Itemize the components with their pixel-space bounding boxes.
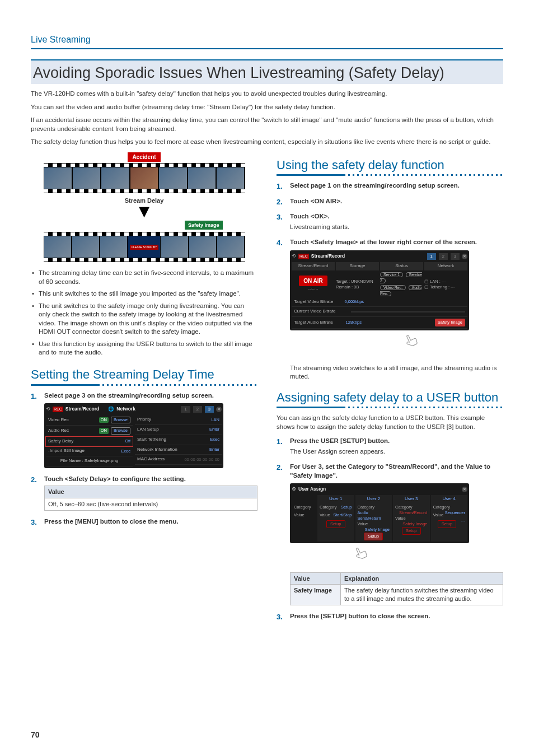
storage-remain: Remain : 0B <box>336 284 379 290</box>
page-title: Avoiding Sporadic Issues When Livestream… <box>31 59 503 84</box>
pointer-hand-icon <box>348 542 378 573</box>
row-value: Enter <box>209 427 219 432</box>
close-icon[interactable]: ✕ <box>216 407 222 412</box>
toggle-on[interactable]: ON <box>99 417 109 423</box>
row-value: Exec <box>210 437 219 442</box>
row-label[interactable]: Audio Rec <box>48 428 99 434</box>
globe-icon: 🌐 <box>108 406 114 412</box>
cat-value[interactable]: Stream/Record <box>399 510 427 516</box>
step-title: Touch <OK>. <box>290 212 503 221</box>
screen-title: Stream/Record <box>65 406 106 412</box>
status-pill[interactable]: Service 1 <box>380 272 403 277</box>
row-label[interactable]: Safety Delay <box>48 438 125 445</box>
page-tab-3[interactable]: 3 <box>205 406 214 413</box>
table-header-explanation: Explanation <box>341 572 503 585</box>
note-item: The unit switches to the safety image on… <box>39 302 257 337</box>
intro-p1: The VR-120HD comes with a built-in "safe… <box>31 90 503 99</box>
cat-value[interactable]: Audio Send/Return <box>358 510 390 521</box>
toggle-on[interactable]: ON <box>99 428 109 433</box>
step-title: Touch <ON AIR>. <box>290 197 503 206</box>
close-icon[interactable]: ✕ <box>462 487 467 492</box>
row-value: Exec <box>121 449 130 454</box>
step-title: Press the USER [SETUP] button. <box>290 437 503 446</box>
val-value[interactable]: Safety Image <box>402 521 427 527</box>
step-note: The User Assign screen appears. <box>290 447 503 456</box>
setup-button[interactable]: Setup <box>326 520 345 528</box>
col-header: Storage <box>336 262 379 270</box>
row-label[interactable]: LAN Setup <box>137 427 209 433</box>
back-icon[interactable]: ⟲ <box>46 406 50 412</box>
setup-button[interactable]: Setup <box>438 520 457 528</box>
note-item: This unit switches to the still image yo… <box>39 290 257 298</box>
heading-using-safety: Using the safety delay function <box>277 157 503 174</box>
row-label[interactable]: -Import Still Image <box>48 448 121 454</box>
steps-using-safety: Select page 1 on the streaming/recording… <box>277 181 503 357</box>
after-note: The streaming video switches to a still … <box>290 364 503 381</box>
page-tab-2[interactable]: 2 <box>439 253 448 260</box>
section-breadcrumb: Live Streaming <box>31 34 503 49</box>
rec-icon: REC <box>53 407 63 412</box>
row-label[interactable]: Video Rec <box>48 417 99 423</box>
status-pill[interactable]: Video Rec. <box>380 285 406 290</box>
rec-icon: REC <box>298 254 309 259</box>
page-tab-3[interactable]: 3 <box>451 253 460 260</box>
row-value: 6,000kbps <box>344 299 364 305</box>
row-value: 128kbps <box>346 320 362 325</box>
down-arrow-icon: ▼ <box>31 206 257 217</box>
filmstrip-after: PLEASE STAND BY <box>44 232 245 262</box>
heading-assign-user: Assigning safety delay to a USER button <box>277 389 503 406</box>
step-note: Livestreaming starts. <box>290 223 503 232</box>
stream-record-page1-screenshot: ⟲ REC Stream/Record 1 2 3 ✕ Stream/Recor… <box>290 250 469 331</box>
row-label: Target Audio Bitrate <box>294 320 346 326</box>
heading-set-delay: Setting the Streaming Delay Time <box>31 366 257 383</box>
assign-body: You can assign the safety delay function… <box>277 414 503 431</box>
browse-button[interactable]: Browse <box>111 427 130 434</box>
step-title: Press the [SETUP] button to close the sc… <box>290 612 503 621</box>
row-value: LAN <box>211 417 219 423</box>
net-tether: Tethering : <box>430 284 449 290</box>
row-label: File Name : SafetyImage.png <box>48 458 130 464</box>
back-icon[interactable]: ⟲ <box>292 253 296 259</box>
page-tab-2[interactable]: 2 <box>193 406 202 413</box>
note-item: Use this function by assigning the USER … <box>39 340 257 357</box>
page-tab-1[interactable]: 1 <box>427 253 436 260</box>
col-header: Status <box>380 262 423 270</box>
right-column: Using the safety delay function Select p… <box>277 152 503 628</box>
left-column: Accident Stream Delay ▼ Safety Image PLE… <box>31 152 257 628</box>
storage-target: Target : UNKNOWN <box>336 279 379 284</box>
value-cell: Off, 5 sec–60 sec (five-second intervals… <box>45 498 257 511</box>
user-col-header: User 3 <box>393 495 430 503</box>
gear-icon: ⚙ <box>292 486 296 492</box>
row-value: 00-00-00-00-00-00 <box>184 457 219 463</box>
user-col-header: User 2 <box>355 495 392 503</box>
table-header-value: Value <box>291 572 341 585</box>
safety-image-button[interactable]: Safety Image <box>435 319 465 326</box>
pointer-hand-icon <box>398 329 429 361</box>
cat-value[interactable]: Setup <box>341 505 352 510</box>
step-title: Select page 3 on the streaming/recording… <box>44 391 257 400</box>
heading-underline <box>31 384 257 386</box>
row-label[interactable]: Start Tethering <box>137 437 210 443</box>
table-explanation: The safety delay function switches the s… <box>341 585 503 605</box>
close-icon[interactable]: ✕ <box>462 254 467 259</box>
value-header: Value <box>45 486 257 498</box>
step-title: Select page 1 on the streaming/recording… <box>290 181 503 190</box>
step-title: Press the [MENU] button to close the men… <box>44 517 257 526</box>
on-air-button[interactable]: ON AIR <box>299 276 327 286</box>
browse-button[interactable]: Browse <box>111 417 130 423</box>
row-label[interactable]: Network Information <box>137 447 209 453</box>
page-tab-1[interactable]: 1 <box>181 406 190 413</box>
standby-text: PLEASE STAND BY <box>130 245 158 250</box>
intro-p3: If an accidental issue occurs within the… <box>31 116 503 133</box>
setup-button[interactable]: Setup <box>402 527 421 535</box>
screen-title: User Assign <box>298 486 460 492</box>
setup-button[interactable]: Setup <box>364 533 383 540</box>
row-label[interactable]: Priority <box>137 417 211 423</box>
row-header: Category <box>292 503 316 511</box>
row-value: Off <box>125 438 130 444</box>
val-value[interactable]: --- <box>461 518 466 524</box>
val-value[interactable]: Safety Image <box>365 527 390 533</box>
cat-value[interactable]: Sequencer <box>445 510 465 516</box>
val-value[interactable]: Start/Stop <box>333 512 352 518</box>
user-col-header: User 4 <box>431 495 468 503</box>
